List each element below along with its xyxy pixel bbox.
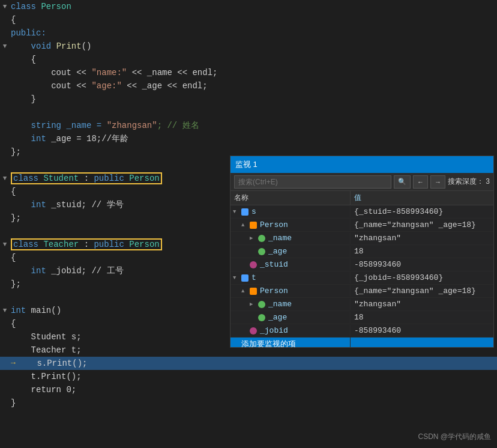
watch-item-value: 18: [351, 246, 493, 257]
line-gutter[interactable]: ▼: [0, 238, 10, 251]
watch-toolbar: 🔍 ← → 搜索深度： 3: [230, 173, 493, 191]
watch-data-row: ▶_name"zhangsan": [230, 298, 493, 311]
code-token: int: [11, 306, 26, 315]
field-icon: [258, 248, 265, 255]
obj-icon: [241, 208, 248, 216]
watch-item-name: _name: [268, 234, 292, 243]
field-icon: [258, 235, 265, 242]
line-content: {: [11, 317, 16, 330]
code-line: t.Print();: [0, 370, 497, 383]
code-token: << _age << endl;: [122, 81, 208, 91]
line-content: };: [11, 145, 21, 159]
line-content: Teacher t;: [11, 344, 82, 357]
code-token: "zhangsan": [107, 121, 157, 130]
watch-item-name: 添加要监视的项: [241, 339, 296, 347]
line-gutter[interactable]: ▼: [0, 172, 10, 185]
nav-forward-button[interactable]: →: [430, 175, 445, 189]
code-token: int: [11, 200, 46, 210]
watch-name-cell: ▲Person: [230, 219, 351, 231]
watch-name-cell: ▶_name: [230, 298, 351, 310]
tree-arrow[interactable]: ▲: [241, 222, 248, 228]
line-content: class Person: [11, 0, 71, 13]
code-token: }: [11, 398, 16, 408]
code-token: _jobid; // 工号: [46, 266, 124, 276]
line-content: void Print(): [11, 40, 91, 53]
nav-back-button[interactable]: ←: [413, 175, 428, 189]
watch-name-cell: 添加要监视的项: [230, 338, 351, 347]
class-outline: class Teacher : public Person: [11, 238, 162, 250]
watch-name-cell: _stuid: [230, 259, 351, 270]
watch-item-value: -858993460: [351, 259, 493, 270]
tree-arrow[interactable]: ▲: [241, 288, 248, 294]
header-name: 名称: [230, 191, 351, 205]
line-gutter[interactable]: ▼: [0, 304, 10, 317]
watch-add-row[interactable]: 添加要监视的项: [230, 338, 493, 347]
code-token: public:: [11, 28, 46, 38]
code-line: string _name = "zhangsan"; // 姓名: [0, 119, 497, 132]
code-token: void: [11, 41, 56, 51]
watch-item-value: {_name="zhangsan" _age=18}: [351, 285, 493, 297]
line-content: int _stuid; // 学号: [11, 198, 124, 211]
watch-name-cell: ▼s: [230, 206, 351, 217]
tree-arrow[interactable]: ▼: [233, 209, 240, 215]
current-line-arrow: →: [11, 357, 16, 370]
code-token: }: [11, 94, 36, 104]
tree-arrow[interactable]: ▶: [250, 235, 257, 241]
code-token: Person: [36, 2, 71, 11]
watch-title: 监视 1: [230, 156, 493, 173]
code-token: return 0;: [11, 385, 76, 395]
line-content: int _age = 18;//年龄: [11, 132, 128, 145]
line-content: cout << "age:" << _age << endl;: [11, 79, 208, 92]
tree-arrow[interactable]: ▶: [250, 301, 257, 307]
watch-table-body: ▼s{_stuid=-858993460}▲Person{_name="zhan…: [230, 205, 493, 347]
code-token: int: [11, 266, 46, 276]
line-content: s.Print();: [17, 357, 88, 370]
field2-icon: [250, 261, 257, 268]
line-content: int _jobid; // 工号: [11, 264, 124, 277]
watch-data-row: ▲Person{_name="zhangsan" _age=18}: [230, 219, 493, 232]
code-token: };: [11, 279, 21, 289]
search-button[interactable]: 🔍: [394, 175, 411, 189]
depth-label: 搜索深度： 3: [448, 177, 490, 187]
watch-data-row: ▼s{_stuid=-858993460}: [230, 205, 493, 219]
watermark: CSDN @学代码的咸鱼: [418, 432, 491, 442]
watch-search-input[interactable]: [234, 175, 391, 189]
line-gutter[interactable]: ▼: [0, 0, 10, 13]
line-content: }: [11, 92, 36, 106]
watch-item-name: _name: [268, 300, 292, 309]
code-line: int _age = 18;//年龄: [0, 132, 497, 145]
line-content: {: [11, 251, 16, 264]
code-token: {: [11, 253, 16, 262]
code-token: {: [11, 319, 16, 328]
code-token: {: [11, 15, 16, 25]
watch-item-value: {_name="zhangsan" _age=18}: [351, 219, 493, 231]
line-content: {: [11, 185, 16, 198]
class-outline: class Student : public Person: [11, 172, 162, 184]
watch-name-cell: ▲Person: [230, 285, 351, 297]
line-content: string _name = "zhangsan"; // 姓名: [11, 119, 199, 132]
line-content: }: [11, 396, 16, 410]
line-content: cout << "name:" << _name << endl;: [11, 66, 217, 79]
code-token: {: [11, 187, 16, 196]
code-line: public:: [0, 26, 497, 40]
watch-data-row: ▲Person{_name="zhangsan" _age=18}: [230, 285, 493, 298]
code-line: {: [0, 53, 497, 66]
field-icon: [258, 314, 265, 321]
code-token: {: [11, 55, 36, 64]
line-content: class Student : public Person: [11, 172, 162, 185]
line-content: class Teacher : public Person: [11, 238, 162, 251]
tree-arrow[interactable]: ▼: [233, 275, 240, 281]
watch-item-value: -858993460: [351, 325, 493, 336]
code-token: "age:": [91, 81, 121, 91]
line-content: {: [11, 13, 16, 26]
code-line: return 0;: [0, 383, 497, 396]
code-line: {: [0, 13, 497, 26]
obj-icon: [241, 274, 248, 282]
code-token: _age = 18;//年龄: [46, 134, 128, 144]
watch-data-row: ▶_name"zhangsan": [230, 232, 493, 245]
code-token: Print: [56, 41, 82, 51]
line-gutter[interactable]: ▼: [0, 40, 10, 53]
field2-icon: [250, 327, 257, 334]
watch-item-name: t: [252, 273, 256, 282]
code-line: ▼ void Print(): [0, 40, 497, 53]
